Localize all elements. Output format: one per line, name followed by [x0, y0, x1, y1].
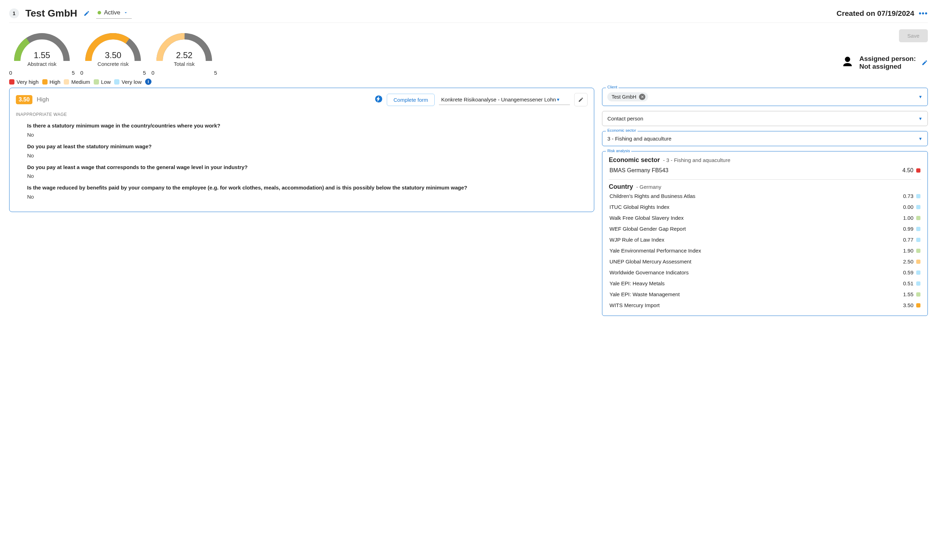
legend-item: Medium [64, 79, 90, 85]
form-score-level: High [37, 96, 49, 103]
legend-swatch [94, 79, 99, 85]
edit-assigned-button[interactable] [922, 60, 928, 66]
risk-row-color [916, 292, 920, 297]
gauge-max: 5 [214, 70, 217, 76]
risk-row-name: Yale Environmental Performance Index [609, 248, 701, 254]
bolt-icon[interactable] [375, 95, 383, 104]
question-item: Do you pay at least a wage that correspo… [27, 163, 588, 179]
legend-swatch [9, 79, 14, 85]
form-select-value: Konkrete Risikoanalyse - Unangemessener … [441, 97, 556, 103]
risk-row-color [916, 205, 920, 209]
client-chip-text: Test GmbH [611, 94, 636, 100]
company-id-badge: 1 [9, 8, 19, 18]
legend-label: High [50, 79, 61, 85]
legend-item: Very high [9, 79, 39, 85]
client-chip-remove[interactable]: ✕ [639, 94, 645, 100]
legend-label: Very low [122, 79, 142, 85]
risk-row-color [916, 260, 920, 264]
header-right: Created on 07/19/2024 ••• [837, 9, 928, 18]
risk-row: Yale Environmental Performance Index 1.9… [609, 245, 921, 256]
risk-row-color [916, 238, 920, 242]
close-icon: ✕ [641, 95, 644, 99]
question-item: Do you pay at least the statutory minimu… [27, 143, 588, 158]
gauge-max: 5 [143, 70, 146, 76]
question-text: Is there a statutory minimum wage in the… [27, 122, 588, 129]
status-dropdown[interactable]: Active [96, 8, 131, 18]
form-card: 3.50 High Complete form Konkrete Risikoa… [9, 88, 594, 212]
risk-row-name: Worldwide Governance Indicators [609, 269, 689, 275]
country-heading: Country - Germany [609, 183, 921, 191]
question-text: Do you pay at least a wage that correspo… [27, 163, 588, 171]
upper-right: Save Assigned person: Not assigned [841, 29, 928, 71]
risk-row-name: Yale EPI: Waste Management [609, 291, 680, 297]
gauge-abstract-risk: 1.55 Abstract risk 0 5 [9, 29, 75, 76]
risk-row-score: 0.00 [903, 204, 913, 210]
save-button[interactable]: Save [899, 29, 928, 42]
form-score-chip: 3.50 [16, 95, 32, 104]
avatar-icon [841, 55, 854, 70]
risk-row-name: WITS Mercury Import [609, 302, 660, 308]
client-chip: Test GmbH ✕ [607, 92, 648, 102]
legend-item: Low [94, 79, 111, 85]
risk-row: Worldwide Governance Indicators 0.59 [609, 267, 921, 278]
risk-row-color [916, 216, 920, 220]
status-dot [98, 11, 101, 14]
pencil-icon [922, 60, 928, 66]
risk-row-color [916, 168, 920, 172]
risk-row: WEF Global Gender Gap Report 0.99 [609, 223, 921, 234]
risk-row-name: BMAS Germany FB543 [609, 167, 668, 174]
sector-field[interactable]: Economic sector 3 - Fishing and aquacult… [602, 131, 928, 146]
dropdown-arrow-icon: ▼ [556, 97, 560, 102]
answer-text: No [27, 194, 588, 200]
risk-row: UNEP Global Mercury Assessment 2.50 [609, 256, 921, 267]
client-field[interactable]: Client Test GmbH ✕ ▼ [602, 88, 928, 106]
dropdown-arrow-icon[interactable]: ▼ [919, 94, 923, 99]
answer-text: No [27, 132, 588, 138]
legend-info-button[interactable]: i [145, 78, 151, 85]
question-item: Is there a statutory minimum wage in the… [27, 122, 588, 138]
question-list: Is there a statutory minimum wage in the… [16, 122, 588, 200]
header-more-button[interactable]: ••• [919, 9, 928, 18]
contact-field-value: Contact person [607, 115, 643, 122]
risk-row-color [916, 271, 920, 275]
section-caption: INAPPROPRIATE WAGE [16, 112, 588, 117]
gauges: 1.55 Abstract risk 0 5 3.50 Concrete ris… [9, 29, 217, 85]
question-item: Is the wage reduced by benefits paid by … [27, 184, 588, 200]
contact-field[interactable]: Contact person ▼ [602, 111, 928, 126]
risk-row: Yale EPI: Waste Management 1.55 [609, 289, 921, 300]
risk-row-score: 0.77 [903, 237, 913, 243]
complete-form-button[interactable]: Complete form [387, 94, 435, 106]
risk-row: Yale EPI: Heavy Metals 0.51 [609, 278, 921, 289]
edit-form-button[interactable] [574, 93, 588, 106]
header-left: 1 Test GmbH Active [9, 8, 132, 19]
dropdown-arrow-icon[interactable]: ▼ [919, 116, 923, 121]
risk-row: Children's Rights and Business Atlas 0.7… [609, 191, 921, 202]
risk-row-color [916, 282, 920, 286]
form-select[interactable]: Konkrete Risikoanalyse - Unangemessener … [439, 94, 570, 105]
gauge-min: 0 [80, 70, 83, 76]
question-text: Is the wage reduced by benefits paid by … [27, 184, 588, 192]
edit-company-button[interactable] [83, 10, 90, 17]
risk-row: WJP Rule of Law Index 0.77 [609, 234, 921, 245]
question-text: Do you pay at least the statutory minimu… [27, 143, 588, 151]
created-date: Created on 07/19/2024 [837, 9, 914, 17]
risk-row-color [916, 194, 920, 198]
legend-swatch [114, 79, 119, 85]
risk-row-score: 3.50 [903, 302, 913, 308]
risk-row-score: 0.59 [903, 269, 913, 275]
risk-row-name: WJP Rule of Law Index [609, 237, 665, 243]
body-columns: 3.50 High Complete form Konkrete Risikoa… [9, 88, 928, 316]
sector-heading: Economic sector - 3 - Fishing and aquacu… [609, 156, 921, 164]
dropdown-arrow-icon[interactable]: ▼ [919, 136, 923, 141]
risk-row-color [916, 303, 920, 308]
answer-text: No [27, 173, 588, 179]
chevron-down-icon [123, 10, 128, 15]
divider [609, 179, 921, 180]
legend-swatch [64, 79, 69, 85]
country-sub: - Germany [636, 184, 661, 190]
assigned-person: Assigned person: Not assigned [841, 55, 928, 71]
risk-row: WITS Mercury Import 3.50 [609, 300, 921, 311]
assigned-value: Not assigned [860, 63, 916, 71]
risk-analysis-label: Risk analysis [606, 149, 631, 153]
gauge-row: 1.55 Abstract risk 0 5 3.50 Concrete ris… [9, 29, 217, 76]
